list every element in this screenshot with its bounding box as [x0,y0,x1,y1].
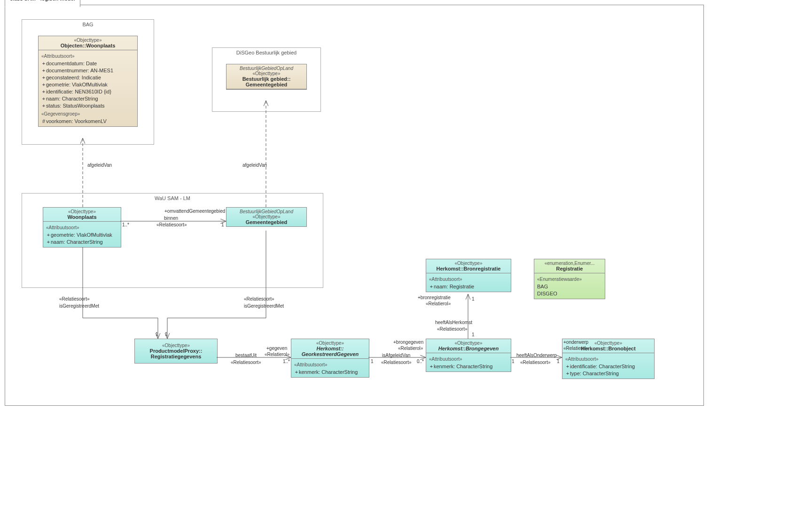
class-name: Objecten::Woonplaats [40,43,135,48]
attr: identificatie: CharacterString [570,364,635,369]
label-binnen: binnen [164,216,178,221]
abstract-name: BestuurlijkGebiedOpLand [228,66,304,71]
class-name: Herkomst::Bronregistratie [428,266,509,271]
mult-1h: 1 [472,332,475,337]
class-bag-woonplaats[interactable]: «Objecttype» Objecten::Woonplaats «Attri… [38,36,138,127]
stereotype: «Objecttype» [137,343,215,348]
enum-registratie[interactable]: «enumeration,Enumer... Registratie «Enum… [534,259,605,299]
package-wau-title: WaU SAM - LM [22,194,323,203]
class-head: BestuurlijkGebiedOpLand «Objecttype» Gem… [226,208,306,226]
attr: identificatie: NEN3610ID {id} [46,89,111,94]
mult-1c: 1 [165,332,168,337]
label-afgeleidvan-2: afgeleidVan [242,163,267,168]
mult-0s: 0..* [417,359,424,364]
class-name: Gemeentegebied [228,82,304,87]
diagram-frame: class SAM - logisch model BAG «Objecttyp… [5,5,704,406]
section-label: «Attribuutsoort» [46,224,118,231]
section-label: «Gegevensgroep» [41,110,134,117]
stereotype: «Objecttype» [45,209,119,214]
label-relsoort-binnen: «Relatiesoort» [156,222,187,227]
label-isgereg-1: isGeregistreerdMet [59,303,99,309]
attr: naam: Registratie [434,284,474,289]
section-label: «Attribuutsoort» [429,356,508,363]
mult-1s: 1..* [122,222,129,227]
attr: voorkomen: VoorkomenLV [46,118,107,124]
diagram-canvas: class SAM - logisch model BAG «Objecttyp… [0,0,812,511]
label-omvat: +omvattendGemeentegebied [164,209,225,214]
mult-1e: 1 [472,296,475,302]
class-name: Herkomst:: [293,346,367,351]
package-disgeo-title: DiSGeo Bestuurlijk gebied [212,48,320,57]
label-relrol-2: «Relatierol» [398,346,423,351]
class-georkestreerdgegeven[interactable]: «Objecttype» Herkomst:: GeorkestreerdGeg… [291,339,369,378]
class-head: «enumeration,Enumer... Registratie [534,259,605,273]
class-bronregistratie[interactable]: «Objecttype» Herkomst::Bronregistratie «… [426,259,511,292]
label-gegeven: +gegeven [266,346,287,351]
class-head: «Objecttype» Herkomst::Brongegeven [426,339,511,353]
attr: documentnummer: AN-MES1 [46,68,113,73]
label-relrol-4: «Relatierol» [563,346,588,351]
attr: kenmerk: CharacterString [299,369,358,375]
label-relsoort-4: «Relatiesoort» [381,360,411,365]
attr: naam: CharacterString [46,96,98,101]
mult-1g: 1 [557,359,560,364]
package-bag-title: BAG [22,20,154,29]
label-isafg: isAfgeleidVan [382,353,410,358]
class-woonplaats-lm[interactable]: «Objecttype» Woonplaats «Attribuutsoort»… [43,207,121,248]
mult-1b: 1 [156,332,158,337]
class-body: «Enumeratiewaarde» BAG DISGEO [534,273,605,299]
class-head: «Objecttype» Woonplaats [43,208,121,222]
label-relsoort-6: «Relatiesoort» [520,360,550,365]
label-heeftherk: heeftAlsHerkomst [435,320,472,325]
class-body: «Attribuutsoort» +naam: Registratie [426,273,511,292]
attr: naam: CharacterString [51,239,103,245]
section-label: «Enumeratiewaarde» [537,276,602,283]
enum-value: DISGEO [537,290,602,297]
label-brongeg: +brongegeven [393,340,423,345]
class-gemeentegebied-lm[interactable]: BestuurlijkGebiedOpLand «Objecttype» Gem… [226,207,307,227]
stereotype: «Objecttype» [40,38,135,43]
stereotype: «Objecttype» [228,71,304,76]
class-name: ProductmodelProxy:: [137,348,215,354]
attr: kenmerk: CharacterString [434,364,492,369]
attr: geometrie: VlakOfMultivlak [51,232,112,238]
label-relsoort-1: «Relatiesoort» [59,296,89,302]
mult-1f: 1 [512,359,515,364]
stereotype: «Objecttype» [293,341,367,346]
class-brongegeven[interactable]: «Objecttype» Herkomst::Brongegeven «Attr… [426,339,511,372]
class-head: BestuurlijkGebiedOpLand «Objecttype» Bes… [226,64,306,89]
class-head: «Objecttype» ProductmodelProxy:: Registr… [135,339,217,363]
stereotype: «Objecttype» [428,341,509,346]
attr: status: StatusWoonplaats [46,103,105,108]
stereotype: «enumeration,Enumer... [536,261,603,266]
enum-value: BAG [537,283,602,290]
class-body: «Attribuutsoort» +kenmerk: CharacterStri… [291,359,369,377]
label-relsoort-3: «Relatiesoort» [231,360,261,365]
attr: geometrie: VlakOfMultivlak [46,82,108,87]
class-name: Gemeentegebied [228,219,304,225]
label-bronreg: +bronregistratie [418,295,451,300]
visibility: # [41,118,46,125]
class-body: «Attribuutsoort» +geometrie: VlakOfMulti… [43,222,121,247]
stereotype: «Objecttype» [428,261,509,266]
class-gemeentegebied-top[interactable]: BestuurlijkGebiedOpLand «Objecttype» Bes… [226,64,307,90]
class-body: «Attribuutsoort» +kenmerk: CharacterStri… [426,353,511,372]
mult-1d: 1 [371,359,374,364]
label-relsoort-5: «Relatiesoort» [437,326,467,332]
class-registratiegegevens[interactable]: «Objecttype» ProductmodelProxy:: Registr… [134,339,218,364]
class-name: Registratie [536,266,603,271]
class-body: «Attribuutsoort» +documentdatum: Date +d… [39,50,137,126]
label-relrol-1: «Relatierol» [265,352,289,357]
class-head: «Objecttype» Herkomst:: GeorkestreerdGeg… [291,339,369,359]
class-head: «Objecttype» Herkomst::Bronregistratie [426,259,511,273]
diagram-title: class SAM - logisch model [10,0,75,1]
section-label: «Attribuutsoort» [565,356,651,363]
mult-1s-b: 1..* [283,359,290,364]
label-relrol-3: «Relatierol» [426,301,451,306]
class-name: Bestuurlijk gebied:: [228,76,304,82]
mult-1a: 1 [221,222,224,227]
section-label: «Attribuutsoort» [41,53,134,60]
label-relsoort-2: «Relatiesoort» [244,296,274,302]
label-isgereg-2: isGeregistreerdMet [244,303,284,309]
class-head: «Objecttype» Objecten::Woonplaats [39,36,137,50]
